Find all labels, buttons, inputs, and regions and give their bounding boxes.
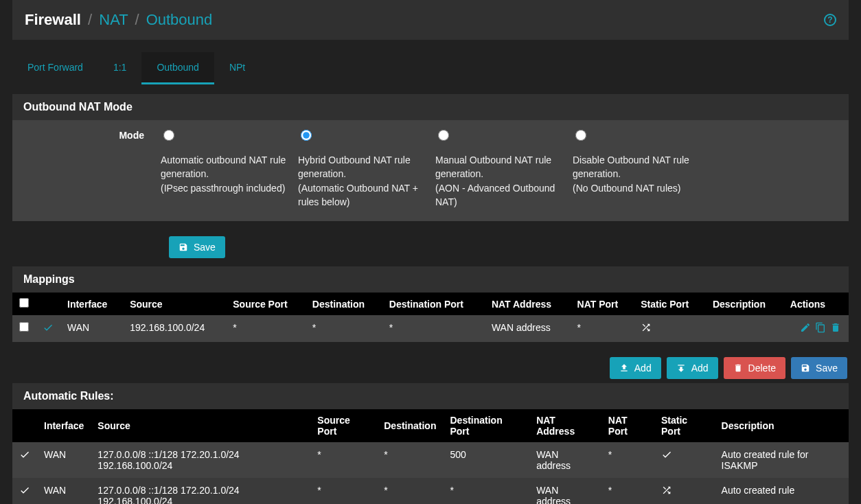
tab-port-forward[interactable]: Port Forward (12, 52, 98, 84)
table-row: WAN 127.0.0.0/8 ::1/128 172.20.1.0/24 19… (12, 442, 849, 478)
breadcrumb-bar: Firewall / NAT / Outbound ? (12, 0, 849, 40)
breadcrumb-nat[interactable]: NAT (99, 11, 128, 28)
breadcrumb: Firewall / NAT / Outbound (25, 11, 212, 29)
col-source: Source (123, 293, 226, 315)
mode-label: Mode (23, 130, 161, 209)
save-icon (179, 242, 188, 252)
mode-desc-line1: Disable Outbound NAT rule generation. (573, 154, 689, 179)
mode-option-disable: Disable Outbound NAT rule generation. (N… (573, 130, 703, 209)
col-destination-port: Destination Port (382, 293, 485, 315)
cell-description: Auto created rule for ISAKMP (715, 442, 849, 478)
tabs: Port Forward 1:1 Outbound NPt (12, 52, 849, 84)
cell-description (706, 315, 783, 342)
arrow-down-icon (676, 363, 686, 373)
tab-npt[interactable]: NPt (214, 52, 260, 84)
save-button-label: Save (194, 242, 216, 253)
shuffle-icon (661, 487, 672, 498)
cell-destination-port: 500 (443, 442, 529, 478)
col-static-port: Static Port (654, 409, 715, 442)
breadcrumb-root[interactable]: Firewall (25, 11, 81, 28)
cell-destination-port: * (443, 478, 529, 504)
mode-desc-line2: (No Outbound NAT rules) (573, 183, 680, 194)
mode-radio-disable[interactable] (575, 130, 586, 141)
row-checkbox[interactable] (19, 322, 29, 332)
col-nat-address: NAT Address (485, 293, 571, 315)
mappings-table: Interface Source Source Port Destination… (12, 293, 849, 342)
save-row: Save (12, 229, 849, 266)
save-order-button[interactable]: Save (791, 357, 847, 379)
mappings-action-bar: Add Add Delete Save (12, 350, 849, 383)
copy-icon[interactable] (814, 322, 827, 335)
check-icon (19, 451, 30, 462)
delete-button[interactable]: Delete (724, 357, 785, 379)
automatic-rules-panel: Automatic Rules: Interface Source Source… (12, 383, 849, 504)
col-static-port: Static Port (634, 293, 706, 315)
col-destination: Destination (377, 409, 443, 442)
add-before-button[interactable]: Add (610, 357, 661, 379)
cell-nat-port: * (601, 478, 654, 504)
cell-source: 127.0.0.0/8 ::1/128 172.20.1.0/24 192.16… (91, 478, 310, 504)
col-source-port: Source Port (310, 409, 377, 442)
cell-interface: WAN (60, 315, 123, 342)
mode-option-hybrid: Hybrid Outbound NAT rule generation. (Au… (298, 130, 428, 209)
cell-source-port: * (310, 478, 377, 504)
cell-interface: WAN (37, 442, 91, 478)
col-nat-address: NAT Address (529, 409, 601, 442)
mode-desc-line2: (AON - Advanced Outbound NAT) (435, 183, 555, 207)
check-icon (43, 322, 54, 335)
cell-nat-address: WAN address (529, 442, 601, 478)
col-source-port: Source Port (226, 293, 306, 315)
breadcrumb-sep: / (132, 11, 141, 28)
mode-option-manual: Manual Outbound NAT rule generation. (AO… (435, 130, 566, 209)
mode-radio-manual[interactable] (438, 130, 449, 141)
outbound-nat-mode-panel: Outbound NAT Mode Mode Automatic outboun… (12, 94, 849, 221)
col-enabled (12, 409, 37, 442)
cell-destination: * (377, 478, 443, 504)
save-button[interactable]: Save (169, 236, 225, 258)
cell-nat-port: * (601, 442, 654, 478)
table-row: WAN 127.0.0.0/8 ::1/128 172.20.1.0/24 19… (12, 478, 849, 504)
arrow-up-icon (619, 363, 629, 373)
mode-desc-line2: (IPsec passthrough included) (161, 183, 285, 194)
tab-outbound[interactable]: Outbound (141, 52, 214, 84)
cell-source-port: * (310, 442, 377, 478)
col-enabled (36, 293, 60, 315)
check-icon (661, 451, 672, 462)
cell-destination: * (377, 442, 443, 478)
cell-description: Auto created rule (715, 478, 849, 504)
add-after-button[interactable]: Add (667, 357, 718, 379)
cell-interface: WAN (37, 478, 91, 504)
check-icon (19, 487, 30, 498)
cell-destination: * (306, 315, 382, 342)
panel-title: Outbound NAT Mode (12, 94, 849, 120)
tab-1-1[interactable]: 1:1 (98, 52, 141, 84)
mode-desc-line1: Automatic outbound NAT rule generation. (161, 154, 286, 179)
button-label: Add (634, 363, 652, 374)
mode-radio-automatic[interactable] (163, 130, 174, 141)
col-nat-port: NAT Port (601, 409, 654, 442)
table-row[interactable]: WAN 192.168.100.0/24 * * * WAN address * (12, 315, 849, 342)
trash-icon[interactable] (829, 322, 842, 335)
col-interface: Interface (37, 409, 91, 442)
help-icon[interactable]: ? (824, 14, 836, 26)
panel-title: Mappings (12, 266, 849, 293)
cell-nat-port: * (571, 315, 634, 342)
col-nat-port: NAT Port (571, 293, 634, 315)
cell-source-port: * (226, 315, 306, 342)
panel-title: Automatic Rules: (12, 383, 849, 409)
auto-rules-table: Interface Source Source Port Destination… (12, 409, 849, 504)
cell-nat-address: WAN address (485, 315, 571, 342)
button-label: Delete (748, 363, 776, 374)
trash-icon (733, 363, 743, 373)
mode-desc-line1: Manual Outbound NAT rule generation. (435, 154, 551, 179)
col-destination: Destination (306, 293, 382, 315)
mode-desc-line1: Hybrid Outbound NAT rule generation. (298, 154, 411, 179)
col-source: Source (91, 409, 310, 442)
shuffle-icon (641, 324, 652, 335)
select-all-checkbox[interactable] (19, 298, 29, 308)
mode-radio-hybrid[interactable] (301, 130, 312, 141)
save-icon (801, 363, 810, 373)
col-description: Description (706, 293, 783, 315)
col-actions: Actions (783, 293, 849, 315)
edit-icon[interactable] (799, 322, 812, 335)
